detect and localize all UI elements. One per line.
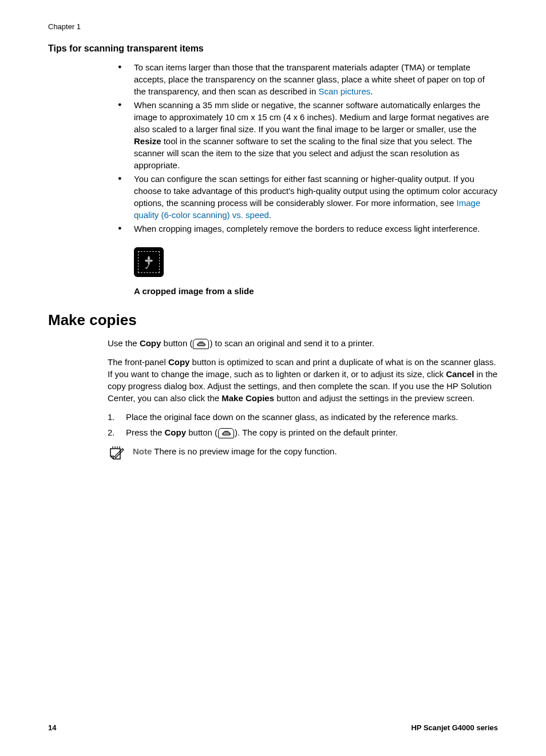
product-name: HP Scanjet G4000 series [411,723,498,733]
step-item: 2. Press the Copy button (). The copy is… [108,426,498,438]
copy-button-icon [218,428,234,438]
tip-text: To scan items larger than those that the… [134,62,485,96]
note-text: There is no preview image for the copy f… [152,446,337,456]
step-text: button ( [186,428,217,437]
step-number: 2. [108,426,115,438]
tips-bullet-list: To scan items larger than those that the… [48,61,498,235]
make-copies-bold: Make Copies [221,393,274,403]
tip-text: tool in the scanner software to set the … [134,136,472,170]
cropped-image-figure [134,247,498,277]
page-number: 14 [48,723,56,733]
make-copies-para1: Use the Copy button () to scan an origin… [108,337,498,349]
note-block: Note There is no preview image for the c… [48,445,498,462]
copy-bold: Copy [165,428,187,437]
tip-text: When scanning a 35 mm slide or negative,… [134,100,489,134]
cancel-bold: Cancel [446,369,474,379]
step-item: 1. Place the original face down on the s… [108,411,498,423]
text: ) to scan an original and send it to a p… [209,338,374,348]
note-icon [108,445,125,462]
note-content: Note There is no preview image for the c… [133,445,337,457]
svg-rect-1 [197,344,205,346]
text: button ( [161,338,192,348]
tip-item: You can configure the scan settings for … [118,173,498,221]
tip-text: When cropping images, completely remove … [134,224,480,233]
make-copies-steps: 1. Place the original face down on the s… [48,411,498,438]
step-text: Press the [126,428,165,437]
text: button and adjust the settings in the pr… [274,393,474,403]
tip-item: When cropping images, completely remove … [118,223,498,235]
make-copies-para2: The front-panel Copy button is optimized… [108,356,498,404]
copy-button-icon [193,339,209,349]
copy-bold: Copy [168,357,190,367]
svg-rect-4 [222,433,230,435]
figure-caption: A cropped image from a slide [134,285,498,297]
step-text: ). The copy is printed on the default pr… [235,428,398,437]
tip-item: To scan items larger than those that the… [118,61,498,97]
note-label: Note [133,446,152,456]
cropped-slide-image [134,247,164,277]
chapter-label: Chapter 1 [48,22,498,32]
flower-icon [142,255,156,270]
text: The front-panel [108,357,168,367]
cropped-inner-frame [138,251,160,273]
tip-text: . [269,210,271,220]
make-copies-heading: Make copies [48,310,498,330]
copy-bold: Copy [140,338,161,348]
step-number: 1. [108,411,115,423]
resize-bold: Resize [134,136,161,146]
tip-text: . [370,86,373,96]
tip-text: You can configure the scan settings for … [134,174,497,208]
tip-item: When scanning a 35 mm slide or negative,… [118,99,498,171]
text: Use the [108,338,140,348]
tips-heading: Tips for scanning transparent items [48,42,498,55]
page-footer: 14 HP Scanjet G4000 series [48,723,498,733]
scan-pictures-link[interactable]: Scan pictures [318,86,370,96]
step-text: Place the original face down on the scan… [126,412,458,422]
